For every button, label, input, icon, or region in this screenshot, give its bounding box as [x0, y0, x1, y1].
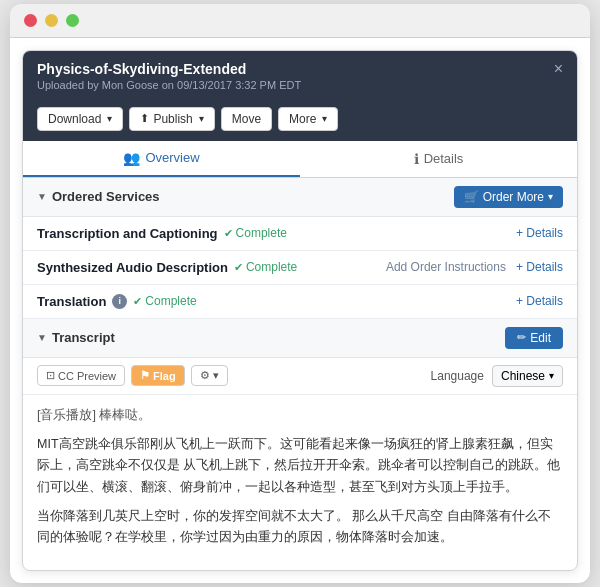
modal-title-block: Physics-of-Skydiving-Extended Uploaded b… — [37, 61, 301, 91]
service-transcription-left: Transcription and Captioning Complete — [37, 226, 287, 241]
transcript-collapse-arrow-icon[interactable]: ▼ — [37, 332, 47, 343]
selected-language-label: Chinese — [501, 369, 545, 383]
transcript-line-3: 当你降落到几英尺上空时，你的发挥空间就不太大了。 那么从千尺高空 自由降落有什么… — [37, 506, 563, 549]
service-row-transcription: Transcription and Captioning Complete De… — [23, 217, 577, 251]
move-label: Move — [232, 112, 261, 126]
maximize-traffic-light[interactable] — [66, 14, 79, 27]
service-translation-right: Details — [516, 294, 563, 308]
modal-container: Physics-of-Skydiving-Extended Uploaded b… — [22, 50, 578, 572]
language-dropdown[interactable]: Chinese — [492, 365, 563, 387]
edit-button[interactable]: ✏ Edit — [505, 327, 563, 349]
flag-button[interactable]: ⚑ Flag — [131, 365, 185, 386]
translation-details-link[interactable]: Details — [516, 294, 563, 308]
transcript-section-header: ▼ Transcript ✏ Edit — [23, 319, 577, 358]
cc-preview-button[interactable]: ⊡ CC Preview — [37, 365, 125, 386]
service-transcription-right: Details — [516, 226, 563, 240]
browser-chrome — [10, 4, 590, 38]
service-translation-status: Complete — [133, 294, 196, 308]
transcript-toolbar-right: Language Chinese — [431, 365, 563, 387]
transcript-line-1: [音乐播放] 棒棒哒。 — [37, 405, 563, 426]
modal-subtitle: Uploaded by Mon Goose on 09/13/2017 3:32… — [37, 79, 301, 91]
service-translation-name: Translation — [37, 294, 106, 309]
tabs-bar: 👥 Overview ℹ Details — [23, 141, 577, 178]
order-more-button[interactable]: 🛒 Order More — [454, 186, 563, 208]
transcription-details-link[interactable]: Details — [516, 226, 563, 240]
transcript-toolbar: ⊡ CC Preview ⚑ Flag ⚙ ▾ Language Chinese — [23, 358, 577, 395]
move-button[interactable]: Move — [221, 107, 272, 131]
more-label: More — [289, 112, 316, 126]
ordered-services-header: ▼ Ordered Services 🛒 Order More — [23, 178, 577, 217]
settings-button[interactable]: ⚙ ▾ — [191, 365, 228, 386]
ordered-services-title: ▼ Ordered Services — [37, 189, 160, 204]
audio-details-link[interactable]: Details — [516, 260, 563, 274]
tab-details[interactable]: ℹ Details — [300, 141, 577, 177]
publish-label: Publish — [153, 112, 192, 126]
language-label: Language — [431, 369, 484, 383]
browser-window: Physics-of-Skydiving-Extended Uploaded b… — [10, 4, 590, 584]
transcript-toolbar-left: ⊡ CC Preview ⚑ Flag ⚙ ▾ — [37, 365, 228, 386]
tab-details-label: Details — [424, 151, 464, 166]
service-row-translation: Translation i Complete Details — [23, 285, 577, 319]
service-translation-left: Translation i Complete — [37, 294, 197, 309]
download-button[interactable]: Download — [37, 107, 123, 131]
details-icon: ℹ — [414, 151, 419, 167]
service-audio-right: Add Order Instructions Details — [386, 260, 563, 274]
modal-header: Physics-of-Skydiving-Extended Uploaded b… — [23, 51, 577, 101]
publish-button[interactable]: ⬆ Publish — [129, 107, 214, 131]
transcript-content: [音乐播放] 棒棒哒。 MIT高空跳伞俱乐部刚从飞机上一跃而下。这可能看起来像一… — [23, 395, 577, 571]
more-button[interactable]: More — [278, 107, 338, 131]
tab-overview-label: Overview — [145, 150, 199, 165]
service-transcription-name: Transcription and Captioning — [37, 226, 218, 241]
service-audio-left: Synthesized Audio Description Complete — [37, 260, 297, 275]
settings-icon: ⚙ ▾ — [200, 369, 219, 381]
cart-icon: 🛒 — [464, 190, 479, 204]
service-row-audio: Synthesized Audio Description Complete A… — [23, 251, 577, 285]
tab-overview[interactable]: 👥 Overview — [23, 141, 300, 177]
download-label: Download — [48, 112, 101, 126]
service-transcription-status: Complete — [224, 226, 287, 240]
toolbar: Download ⬆ Publish Move More — [23, 101, 577, 141]
transcript-line-2: MIT高空跳伞俱乐部刚从飞机上一跃而下。这可能看起来像一场疯狂的肾上腺素狂飙，但… — [37, 434, 563, 498]
service-audio-status: Complete — [234, 260, 297, 274]
service-audio-name: Synthesized Audio Description — [37, 260, 228, 275]
minimize-traffic-light[interactable] — [45, 14, 58, 27]
modal-title: Physics-of-Skydiving-Extended — [37, 61, 301, 77]
transcript-title: ▼ Transcript — [37, 330, 115, 345]
collapse-arrow-icon[interactable]: ▼ — [37, 191, 47, 202]
upload-icon: ⬆ — [140, 112, 149, 125]
translation-info-icon[interactable]: i — [112, 294, 127, 309]
modal-close-button[interactable]: × — [554, 61, 563, 77]
cc-icon: ⊡ — [46, 369, 55, 382]
add-order-instructions-link[interactable]: Add Order Instructions — [386, 260, 506, 274]
overview-icon: 👥 — [123, 150, 140, 166]
flag-icon: ⚑ — [140, 369, 150, 382]
edit-icon: ✏ — [517, 331, 526, 344]
close-traffic-light[interactable] — [24, 14, 37, 27]
